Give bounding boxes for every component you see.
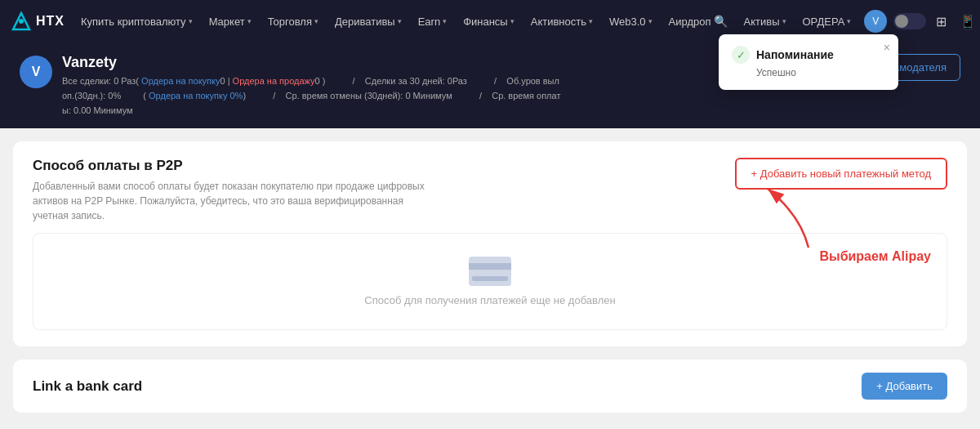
add-bank-card-button[interactable]: + Добавить: [862, 373, 947, 400]
logo-text: НТХ: [36, 14, 65, 29]
main-content: Способ оплаты в P2P Добавленный вами спо…: [0, 141, 980, 413]
payment-section-description: Добавленный вами способ оплаты будет пок…: [33, 179, 441, 223]
buy-pct-link-stat: ( Ордера на покупку 0%): [140, 91, 246, 101]
completion-stat: оп.(30дн.): 0%: [62, 91, 121, 101]
notification-header: ✓ Напоминание: [732, 46, 885, 64]
deals-30d-stat: / Сделки за 30 дней: 0Раз: [345, 76, 467, 86]
chevron-down-icon: ▾: [847, 17, 851, 25]
payment-section-title: Способ оплаты в P2P: [33, 158, 441, 174]
user-stats: Все сделки: 0 Раз( Ордера на покупку0 | …: [62, 76, 617, 115]
user-avatar-icon[interactable]: V: [864, 10, 887, 33]
notification-close-button[interactable]: ×: [884, 41, 890, 54]
buy-orders-link[interactable]: Ордера на покупку: [141, 76, 220, 86]
nav-trade[interactable]: Торговля ▾: [261, 12, 325, 31]
chevron-down-icon: ▾: [443, 17, 447, 25]
nav-derivatives[interactable]: Деривативы ▾: [328, 12, 408, 31]
payment-section: Способ оплаты в P2P Добавленный вами спо…: [13, 141, 967, 346]
bank-card-title: Link a bank card: [33, 378, 142, 395]
nav-assets[interactable]: Активы ▾: [737, 12, 793, 31]
sell-orders-link[interactable]: Ордера на продажу: [233, 76, 315, 86]
chevron-down-icon: ▾: [314, 17, 318, 25]
payment-section-text: Способ оплаты в P2P Добавленный вами спо…: [33, 158, 441, 223]
chevron-down-icon: ▾: [398, 17, 402, 25]
user-details: Vanzety Все сделки: 0 Раз( Ордера на пок…: [62, 54, 617, 115]
payment-methods-container: Способ для получения платежей еще не доб…: [33, 233, 947, 330]
chevron-down-icon: ▾: [648, 17, 653, 25]
logo-icon: [10, 10, 33, 33]
toggle-dot: [895, 15, 908, 28]
nav-market[interactable]: Маркет ▾: [203, 12, 258, 31]
chevron-down-icon: ▾: [782, 17, 786, 25]
ob-stat: / Об.уров выл: [487, 76, 559, 86]
chevron-down-icon: ▾: [510, 17, 514, 25]
nav-airdrop[interactable]: Аирдроп 🔍: [662, 11, 734, 31]
notification-subtitle: Успешно: [732, 67, 885, 78]
chevron-down-icon: ▾: [247, 17, 252, 25]
payment-time-stat: / Ср. время оплат: [472, 91, 561, 101]
mobile-icon[interactable]: 📱: [956, 11, 979, 33]
card-stripe: [469, 263, 511, 270]
empty-payment-state: Способ для получения платежей еще не доб…: [33, 233, 947, 330]
success-check-icon: ✓: [732, 46, 750, 64]
bank-card-section: Link a bank card + Добавить: [13, 360, 967, 413]
nav-right-controls: V ⊞ 📱 ⚙: [864, 10, 980, 33]
all-deals-stat: Все сделки: 0 Раз( Ордера на покупку0 | …: [62, 76, 325, 86]
theme-toggle[interactable]: [893, 13, 926, 29]
notification-popup: × ✓ Напоминание Успешно: [719, 34, 898, 90]
notification-title: Напоминание: [756, 48, 834, 61]
layout-icon[interactable]: ⊞: [933, 11, 950, 33]
avatar: V: [20, 56, 52, 88]
nav-finance[interactable]: Финансы ▾: [457, 12, 521, 31]
buy-orders-pct-link[interactable]: Ордера на покупку 0%: [149, 91, 243, 101]
user-info-left: V Vanzety Все сделки: 0 Раз( Ордера на п…: [20, 54, 617, 115]
add-payment-method-button[interactable]: + Добавить новый платежный метод: [735, 158, 947, 190]
chevron-down-icon: ▾: [189, 17, 193, 25]
nav-orders[interactable]: ОРДЕРА ▾: [796, 12, 858, 31]
nav-web3[interactable]: Web3.0 ▾: [603, 12, 659, 31]
empty-payment-text: Способ для получения платежей еще не доб…: [47, 294, 933, 306]
chevron-down-icon: ▾: [589, 17, 593, 25]
alipay-annotation-text: Выбираем Alipay: [819, 249, 931, 264]
user-name: Vanzety: [62, 54, 617, 71]
nav-activity[interactable]: Активность ▾: [524, 12, 599, 31]
logo[interactable]: НТХ: [10, 10, 65, 33]
card-icon: [469, 257, 511, 286]
nav-buy-crypto[interactable]: Купить криптовалюту ▾: [74, 12, 199, 31]
min-stat: ы: 0.00 Минимум: [62, 105, 133, 115]
nav-earn[interactable]: Earn ▾: [412, 12, 453, 31]
navbar: НТХ Купить криптовалюту ▾ Маркет ▾ Торго…: [0, 0, 980, 42]
svg-point-1: [19, 19, 24, 24]
payment-section-header: Способ оплаты в P2P Добавленный вами спо…: [33, 158, 947, 223]
cancel-time-stat: / Ср. время отмены (30дней): 0 Минимум: [265, 91, 452, 101]
empty-payment-icon: [469, 257, 511, 286]
